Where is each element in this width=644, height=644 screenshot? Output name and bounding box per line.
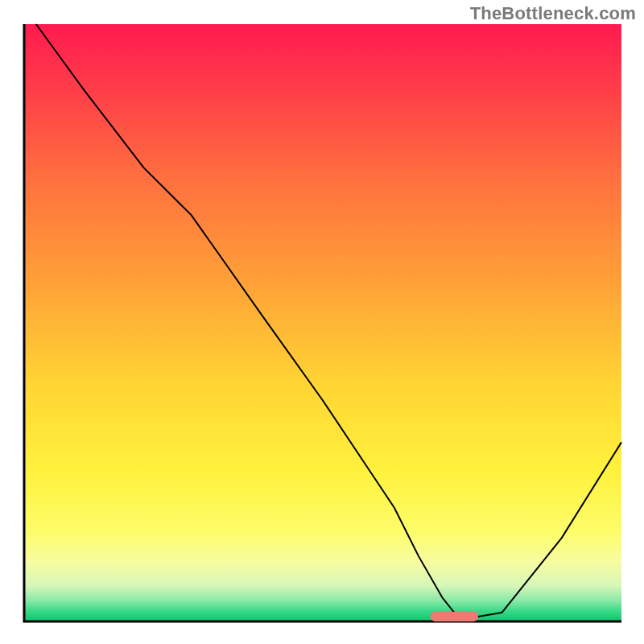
plot-background [24, 24, 621, 621]
bottleneck-chart [0, 0, 644, 644]
optimum-marker [431, 612, 478, 621]
chart-stage: TheBottleneck.com [0, 0, 644, 644]
